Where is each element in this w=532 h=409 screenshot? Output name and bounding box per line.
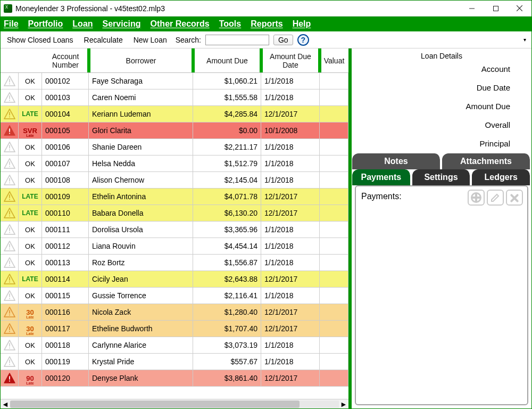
- minimize-button[interactable]: [460, 1, 484, 17]
- show-closed-loans-button[interactable]: Show Closed Loans: [4, 35, 77, 45]
- scroll-right-icon[interactable]: ►: [339, 400, 348, 408]
- table-row[interactable]: LATE000109Ethelin Antonina$4,071.7812/1/…: [1, 189, 348, 205]
- delete-payment-button[interactable]: [506, 190, 523, 206]
- row-valuat: [320, 89, 348, 105]
- row-amount-due: $2,145.04: [193, 172, 261, 188]
- table-row[interactable]: 30Late000116Nicola Zack$1,280.4012/1/201…: [1, 304, 348, 321]
- row-amount-due: $6,130.20: [193, 205, 261, 221]
- horizontal-scrollbar[interactable]: ◄ ►: [1, 399, 348, 408]
- table-row[interactable]: OK000103Caren Noemi$1,555.581/1/2018: [1, 89, 348, 106]
- tabs-lower-row: Payments Settings Ledgers: [352, 169, 531, 185]
- row-amount-due: $1,060.21: [193, 73, 261, 89]
- row-account-number: 000111: [42, 222, 89, 238]
- row-valuat: [320, 222, 348, 238]
- row-valuat: [320, 354, 348, 370]
- row-account-number: 000114: [42, 271, 89, 287]
- new-loan-button[interactable]: New Loan: [130, 35, 170, 45]
- table-row[interactable]: OK000119Krystal Pride$557.671/1/2018: [1, 354, 348, 370]
- table-row[interactable]: OK000107Helsa Nedda$1,512.791/1/2018: [1, 156, 348, 172]
- svg-rect-27: [9, 199, 10, 200]
- row-status: OK: [19, 139, 42, 155]
- maximize-button[interactable]: [484, 1, 508, 17]
- header-amount-due-date[interactable]: Amount Due Date: [261, 48, 320, 72]
- menu-portfolio[interactable]: Portfolio: [28, 19, 63, 29]
- table-row[interactable]: LATE000114Cicily Jean$2,643.8812/1/2017: [1, 271, 348, 288]
- tab-payments[interactable]: Payments: [352, 169, 411, 185]
- table-row[interactable]: LATE000104Keriann Ludeman$4,285.8412/1/2…: [1, 106, 348, 122]
- row-warning-icon: [1, 73, 19, 89]
- menu-tools[interactable]: Tools: [219, 19, 241, 29]
- menu-help[interactable]: Help: [293, 19, 311, 29]
- close-button[interactable]: [508, 1, 531, 17]
- pencil-icon: [490, 192, 501, 203]
- header-valuat[interactable]: Valuat: [320, 48, 348, 72]
- row-borrower: Carlynne Alarice: [89, 337, 193, 353]
- row-amount-due-date: 12/1/2017: [261, 271, 320, 287]
- grid-header-row: Account Number Borrower Amount Due Amoun…: [1, 48, 348, 73]
- row-warning-icon: [1, 156, 19, 171]
- row-valuat: [320, 238, 348, 254]
- go-button[interactable]: Go: [273, 35, 293, 45]
- row-valuat: [320, 106, 348, 122]
- menu-file[interactable]: File: [4, 19, 19, 29]
- row-amount-due: $557.67: [193, 354, 261, 370]
- table-row[interactable]: OK000113Roz Bortz$1,556.871/1/2018: [1, 255, 348, 271]
- svg-rect-15: [9, 133, 10, 134]
- row-amount-due: $1,280.40: [193, 304, 261, 320]
- tab-settings[interactable]: Settings: [412, 169, 471, 185]
- row-warning-icon: [1, 288, 19, 304]
- table-row[interactable]: 90Late000120Denyse Plank$3,861.4012/1/20…: [1, 370, 348, 387]
- table-row[interactable]: LATE000110Babara Donella$6,130.2012/1/20…: [1, 205, 348, 222]
- help-icon[interactable]: ?: [297, 34, 309, 46]
- table-row[interactable]: OK000118Carlynne Alarice$3,073.191/1/201…: [1, 337, 348, 354]
- header-amount-due[interactable]: Amount Due: [193, 48, 261, 72]
- row-amount-due: $1,555.58: [193, 89, 261, 105]
- svg-rect-42: [9, 282, 10, 283]
- header-status[interactable]: [19, 48, 42, 72]
- add-payment-button[interactable]: [468, 190, 485, 206]
- header-account-number[interactable]: Account Number: [42, 48, 89, 72]
- table-row[interactable]: OK000102Faye Scharaga$1,060.211/1/2018: [1, 73, 348, 89]
- row-account-number: 000113: [42, 255, 89, 271]
- table-row[interactable]: 30Late000117Etheline Budworth$1,707.4012…: [1, 321, 348, 337]
- svg-rect-30: [9, 216, 10, 217]
- svg-rect-21: [9, 166, 10, 167]
- svg-rect-32: [9, 227, 10, 231]
- row-amount-due-date: 1/1/2018: [261, 139, 320, 155]
- row-warning-icon: [1, 189, 19, 204]
- table-row[interactable]: OK000108Alison Chernow$2,145.041/1/2018: [1, 172, 348, 189]
- row-amount-due-date: 1/1/2018: [261, 73, 320, 89]
- recalculate-button[interactable]: Recalculate: [81, 35, 126, 45]
- row-amount-due: $3,365.96: [193, 222, 261, 238]
- menu-servicing[interactable]: Servicing: [103, 19, 141, 29]
- table-row[interactable]: OK000106Shanie Dareen$2,211.171/1/2018: [1, 139, 348, 156]
- toolbar: Show Closed Loans Recalculate New Loan S…: [1, 31, 531, 48]
- header-borrower[interactable]: Borrower: [89, 48, 193, 72]
- row-account-number: 000120: [42, 370, 89, 386]
- menu-loan[interactable]: Loan: [72, 19, 93, 29]
- menu-other-records[interactable]: Other Records: [151, 19, 210, 29]
- menubar: File Portfolio Loan Servicing Other Reco…: [1, 17, 531, 31]
- edit-payment-button[interactable]: [487, 190, 504, 206]
- tab-ledgers[interactable]: Ledgers: [472, 169, 531, 185]
- row-account-number: 000115: [42, 288, 89, 304]
- toolbar-overflow-icon[interactable]: ▾: [523, 37, 528, 43]
- row-warning-icon: [1, 321, 19, 337]
- table-row[interactable]: OK000115Gussie Torrence$2,116.411/1/2018: [1, 288, 348, 304]
- header-icon[interactable]: [1, 48, 19, 72]
- row-account-number: 000106: [42, 139, 89, 155]
- scroll-left-icon[interactable]: ◄: [1, 400, 10, 408]
- row-borrower: Dorolisa Ursola: [89, 222, 193, 238]
- row-valuat: [320, 189, 348, 204]
- table-row[interactable]: OK000111Dorolisa Ursola$3,365.961/1/2018: [1, 222, 348, 238]
- row-amount-due-date: 12/1/2017: [261, 321, 320, 337]
- tab-attachments[interactable]: Attachments: [442, 153, 531, 169]
- svg-rect-57: [9, 364, 10, 365]
- tab-notes[interactable]: Notes: [352, 153, 441, 169]
- table-row[interactable]: OK000112Liana Rouvin$4,454.141/1/2018: [1, 238, 348, 255]
- table-row[interactable]: SVRLate000105Glori Clarita$0.0010/1/2008: [1, 122, 348, 139]
- row-status: LATE: [19, 271, 42, 287]
- scrollbar-thumb[interactable]: [10, 400, 300, 408]
- menu-reports[interactable]: Reports: [251, 19, 282, 29]
- search-input[interactable]: [205, 35, 269, 45]
